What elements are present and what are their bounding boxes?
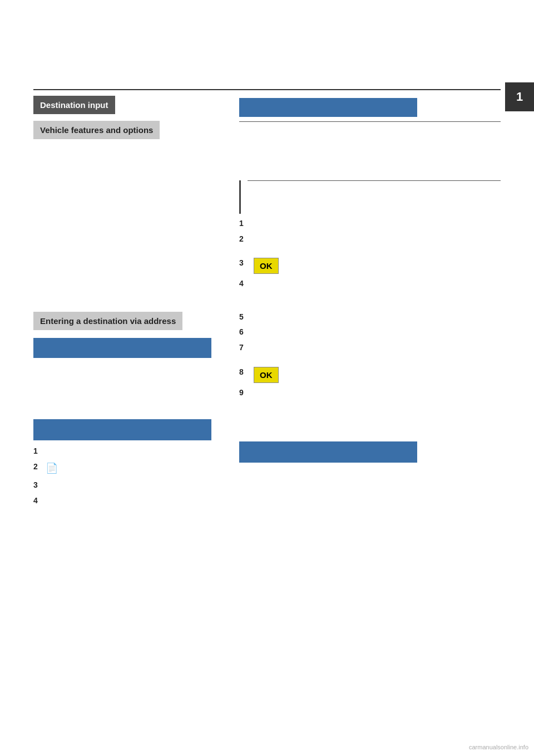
right-item-8-num: 8 (239, 367, 251, 378)
right-item-1-num: 1 (239, 218, 251, 229)
right-item-7: 7 (239, 342, 501, 354)
vehicle-features-header: Vehicle features and options (33, 121, 160, 139)
right-item-9-num: 9 (239, 387, 251, 399)
right-item-2: 2 (239, 234, 501, 245)
right-item-4-num: 4 (239, 278, 251, 289)
right-item-3: 3 OK (239, 258, 501, 274)
right-item-8: 8 OK (239, 367, 501, 383)
lower-item-2: 2 📄 (33, 462, 222, 475)
ok-button-display[interactable]: OK (254, 258, 279, 274)
destination-input-label: Destination input (40, 100, 108, 110)
lower-item-3-num: 3 (33, 480, 46, 491)
address-ok-area: 8 OK 9 (239, 367, 501, 403)
ok-button-display-2[interactable]: OK (254, 367, 279, 383)
destination-input-section: Destination input Vehicle features and o… (33, 96, 228, 141)
vehicle-features-label: Vehicle features and options (40, 125, 153, 135)
lower-item-1: 1 (33, 446, 222, 457)
right-item-9: 9 (239, 387, 501, 399)
lower-screen-bar-right (239, 441, 417, 463)
lower-item-3: 3 (33, 480, 222, 491)
right-item-4: 4 (239, 278, 501, 289)
address-screen-bar-left (33, 338, 211, 358)
lower-left-section: 1 2 📄 3 4 (33, 419, 222, 510)
lower-item-4-num: 4 (33, 495, 46, 507)
page-number-badge: 1 (505, 82, 534, 111)
page: 1 Destination input Vehicle features and… (0, 0, 534, 756)
right-item-2-num: 2 (239, 234, 251, 245)
right-item-5: 5 (239, 312, 501, 323)
entering-destination-label: Entering a destination via address (40, 316, 176, 326)
lower-item-2-num: 2 (33, 462, 46, 473)
right-item-6-num: 6 (239, 327, 251, 338)
screen-bar-top (239, 98, 417, 117)
right-item-5-num: 5 (239, 312, 251, 323)
watermark: carmanualsonline.info (469, 744, 528, 750)
ok-label-2: OK (260, 370, 273, 380)
address-section: Entering a destination via address (33, 312, 228, 358)
top-rule (33, 89, 501, 90)
doc-icon: 📄 (46, 462, 58, 475)
destination-input-header: Destination input (33, 96, 115, 114)
page-number: 1 (516, 90, 523, 104)
lower-screen-bar-left (33, 419, 211, 440)
right-top-area (239, 96, 501, 141)
entering-destination-header: Entering a destination via address (33, 312, 182, 330)
right-items-area: 1 2 (239, 158, 501, 249)
ok-label: OK (260, 261, 273, 271)
lower-right-section (239, 419, 501, 510)
lower-item-4: 4 (33, 495, 222, 507)
right-item-1: 1 (239, 218, 501, 229)
right-item-6: 6 (239, 327, 501, 338)
lower-item-1-num: 1 (33, 446, 46, 457)
address-right-items: 5 6 7 (239, 312, 501, 358)
right-ok-area: 3 OK 4 (239, 258, 501, 294)
right-item-3-num: 3 (239, 258, 251, 269)
right-item-7-num: 7 (239, 342, 251, 354)
